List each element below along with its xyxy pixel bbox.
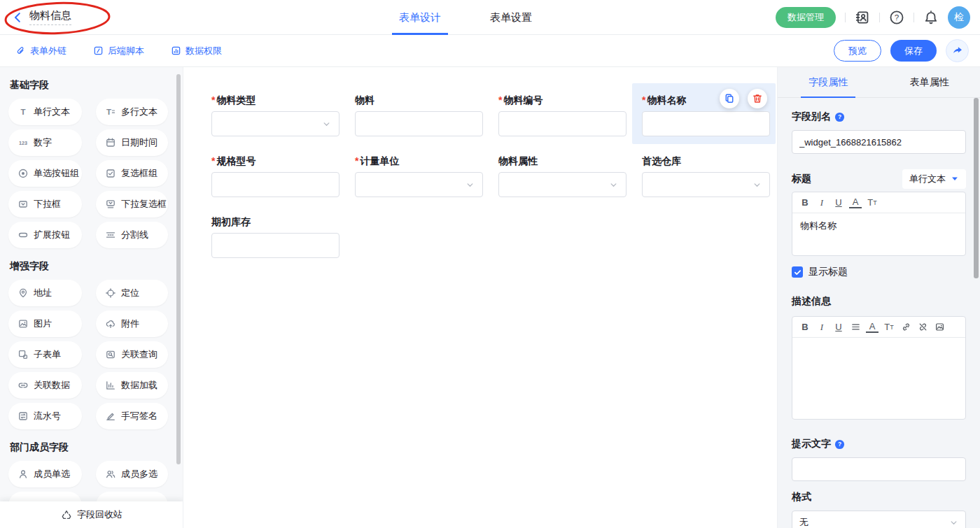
toolbar-link[interactable]: 表单外链 — [15, 45, 66, 57]
bold-button[interactable]: B — [799, 196, 811, 210]
sidebar-group-title: 基础字段 — [10, 79, 183, 92]
field-type-item[interactable]: 复选框组 — [96, 160, 168, 187]
field-alias-label: 字段别名 ? — [792, 110, 966, 123]
field-type-item[interactable]: 123数字 — [8, 129, 82, 156]
attachment-icon — [105, 318, 116, 329]
field-type-item[interactable]: 扩展按钮 — [8, 222, 82, 248]
field-type-item[interactable]: 子表单 — [8, 341, 82, 368]
field-select-input[interactable] — [498, 172, 626, 197]
form-link-icon — [15, 45, 26, 56]
field-type-select[interactable]: 单行文本 — [902, 169, 966, 189]
recycle-icon — [61, 509, 72, 520]
question-circle-icon[interactable]: ? — [834, 112, 845, 122]
member-multi-icon — [105, 469, 116, 480]
field-type-item[interactable]: 关联数据 — [8, 372, 82, 399]
hint-text-input[interactable] — [792, 457, 966, 481]
field-select-input[interactable] — [355, 172, 483, 197]
canvas-field[interactable]: *规格型号 — [202, 144, 345, 205]
field-alias-input[interactable] — [792, 130, 966, 154]
svg-text:123: 123 — [19, 140, 27, 146]
field-type-item[interactable]: 数据加载 — [96, 372, 168, 399]
title-editor-content[interactable]: 物料名称 — [792, 213, 965, 255]
field-type-item[interactable]: 下拉框 — [8, 191, 82, 217]
toolbar-link[interactable]: 后端脚本 — [93, 45, 144, 57]
notification-icon[interactable] — [923, 10, 939, 25]
italic-button[interactable]: I — [816, 196, 828, 210]
font-size-button[interactable]: TT — [866, 196, 878, 210]
panel-scrollbar[interactable] — [974, 98, 979, 278]
field-type-item[interactable]: 流水号 — [8, 403, 82, 429]
data-manage-button[interactable]: 数据管理 — [776, 7, 836, 28]
field-type-item[interactable]: 关联查询 — [96, 341, 168, 368]
canvas-field[interactable]: 首选仓库 — [632, 144, 776, 205]
remove-link-button[interactable] — [916, 320, 929, 334]
toolbar-link[interactable]: 数据权限 — [171, 45, 222, 57]
tab-form-settings[interactable]: 表单设置 — [483, 0, 539, 35]
multi-line-text-icon: T — [105, 106, 116, 117]
save-button[interactable]: 保存 — [890, 40, 937, 62]
share-button[interactable] — [946, 39, 969, 62]
tab-form-properties[interactable]: 表单属性 — [879, 67, 980, 97]
description-editor-content[interactable] — [792, 338, 965, 419]
insert-link-button[interactable] — [899, 320, 912, 334]
field-text-input[interactable] — [355, 111, 483, 136]
field-type-item[interactable]: 定位 — [96, 280, 168, 306]
tab-form-design[interactable]: 表单设计 — [392, 0, 448, 35]
back-button[interactable]: 物料信息 — [11, 9, 71, 25]
field-type-item[interactable]: 下拉复选框 — [96, 191, 168, 217]
field-text-input[interactable] — [642, 111, 770, 136]
field-select-input[interactable] — [642, 172, 770, 197]
canvas-field[interactable]: 期初库存 — [202, 205, 345, 266]
show-title-checkbox[interactable]: 显示标题 — [792, 266, 966, 278]
contacts-icon[interactable] — [855, 10, 870, 25]
canvas-field[interactable]: *物料名称 — [632, 83, 776, 144]
field-type-item[interactable]: T单行文本 — [8, 99, 82, 125]
top-bar: 物料信息 表单设计 表单设置 数据管理 ? 检 — [0, 0, 980, 35]
sidebar-scrollbar[interactable] — [176, 74, 181, 464]
avatar[interactable]: 检 — [948, 6, 970, 29]
help-icon[interactable]: ? — [889, 10, 904, 25]
form-design-canvas[interactable]: *物料类型物料*物料编号*物料名称*规格型号*计量单位物料属性首选仓库期初库存 — [184, 67, 777, 528]
preview-button[interactable]: 预览 — [834, 40, 881, 62]
signature-icon — [105, 411, 116, 422]
underline-button[interactable]: U — [832, 196, 845, 210]
share-icon — [951, 45, 963, 57]
svg-text:T: T — [106, 108, 111, 116]
field-type-item[interactable]: 地址 — [8, 280, 82, 306]
canvas-field[interactable]: 物料 — [345, 83, 489, 144]
field-type-item[interactable]: 单选按钮组 — [8, 160, 82, 187]
field-recycle-button[interactable]: 字段回收站 — [0, 501, 183, 528]
underline-button[interactable]: U — [832, 320, 845, 334]
canvas-field[interactable]: 物料属性 — [489, 144, 632, 205]
canvas-field[interactable]: *计量单位 — [345, 144, 489, 205]
field-text-input[interactable] — [211, 233, 340, 258]
field-type-item[interactable]: 图片 — [8, 311, 82, 337]
copy-field-button[interactable] — [720, 89, 739, 108]
delete-field-button[interactable] — [748, 89, 767, 108]
field-type-item[interactable]: T多行文本 — [96, 99, 168, 125]
font-size-button[interactable]: TT — [883, 320, 895, 334]
field-select-input[interactable] — [211, 111, 340, 136]
chevron-down-icon — [608, 180, 619, 190]
canvas-field[interactable]: *物料类型 — [202, 83, 345, 144]
font-color-button[interactable]: A — [866, 322, 878, 333]
field-type-item[interactable]: 附件 — [96, 311, 168, 337]
backend-script-icon — [93, 45, 104, 56]
field-type-item[interactable]: 成员单选 — [8, 461, 82, 487]
field-type-item[interactable]: 成员多选 — [96, 461, 168, 487]
italic-button[interactable]: I — [816, 320, 828, 334]
insert-image-button[interactable] — [933, 320, 946, 334]
format-select[interactable]: 无 — [792, 511, 966, 528]
question-circle-icon[interactable]: ? — [834, 439, 845, 450]
field-type-item[interactable]: 分割线 — [96, 222, 168, 248]
field-text-input[interactable] — [211, 172, 340, 197]
tab-field-properties[interactable]: 字段属性 — [778, 67, 879, 97]
field-type-item[interactable]: 手写签名 — [96, 403, 168, 429]
canvas-field[interactable]: *物料编号 — [489, 83, 632, 144]
font-color-button[interactable]: A — [849, 197, 862, 208]
field-type-item[interactable]: 日期时间 — [96, 129, 168, 156]
date-time-icon — [105, 137, 116, 148]
field-text-input[interactable] — [498, 111, 626, 136]
align-button[interactable] — [849, 320, 862, 334]
bold-button[interactable]: B — [799, 320, 811, 334]
